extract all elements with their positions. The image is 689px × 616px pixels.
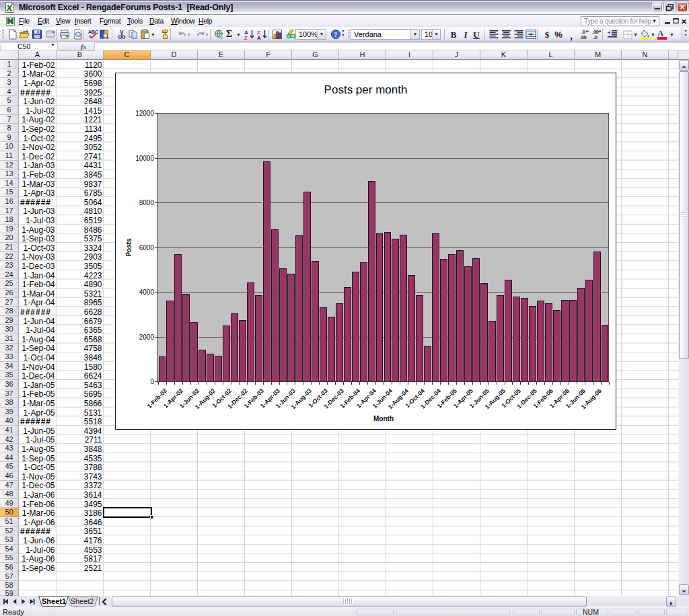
svg-text:.00: .00 [592,30,599,34]
svg-text:A: A [257,35,261,40]
svg-text:.0: .0 [581,30,585,34]
svg-text:.00: .00 [580,35,587,40]
svg-text:ABC: ABC [88,30,98,34]
svg-text:Sheet2: Sheet2 [71,597,94,605]
svg-text:Posts: Posts [125,238,133,257]
svg-text:Z: Z [244,35,248,40]
svg-text:.0: .0 [593,35,597,40]
svg-text:?: ? [334,31,337,38]
svg-text:Sheet1: Sheet1 [42,597,66,605]
